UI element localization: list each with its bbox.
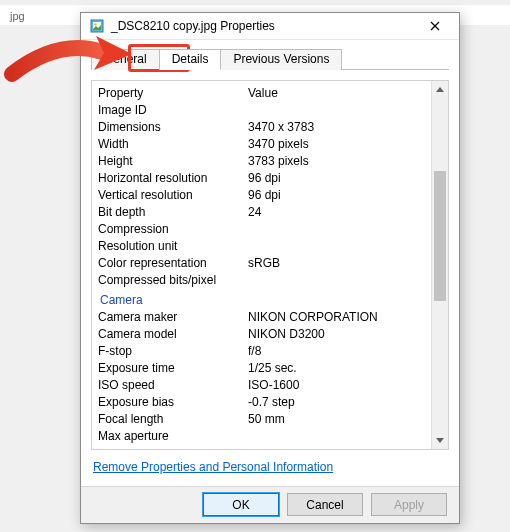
property-name: Camera model	[98, 326, 248, 343]
property-row[interactable]: Bit depth24	[98, 204, 425, 221]
property-row[interactable]: Color representationsRGB	[98, 255, 425, 272]
tab-details[interactable]: Details	[159, 49, 222, 70]
property-value	[248, 221, 425, 238]
property-value	[248, 102, 425, 119]
scroll-up-arrow[interactable]	[432, 81, 448, 98]
col-property: Property	[98, 85, 248, 102]
close-button[interactable]	[419, 14, 451, 38]
property-name: Vertical resolution	[98, 187, 248, 204]
tab-general[interactable]: General	[91, 49, 160, 70]
property-name: Horizontal resolution	[98, 170, 248, 187]
property-row[interactable]: Compression	[98, 221, 425, 238]
property-row[interactable]: Compressed bits/pixel	[98, 272, 425, 289]
property-name: F-stop	[98, 343, 248, 360]
property-name: Camera maker	[98, 309, 248, 326]
property-name: Compressed bits/pixel	[98, 272, 248, 289]
property-row[interactable]: ISO speedISO-1600	[98, 377, 425, 394]
section-camera: Camera	[98, 289, 425, 309]
apply-button[interactable]: Apply	[371, 493, 447, 516]
cancel-button[interactable]: Cancel	[287, 493, 363, 516]
property-value: 3783 pixels	[248, 153, 425, 170]
properties-dialog: _DSC8210 copy.jpg Properties General Det…	[80, 12, 460, 524]
property-row[interactable]: Exposure bias-0.7 step	[98, 394, 425, 411]
dialog-title: _DSC8210 copy.jpg Properties	[111, 19, 419, 33]
property-name: Height	[98, 153, 248, 170]
column-headers: Property Value	[98, 85, 425, 102]
property-value: ISO-1600	[248, 377, 425, 394]
tab-previous-versions[interactable]: Previous Versions	[220, 49, 342, 70]
dialog-buttons: OK Cancel Apply	[81, 486, 459, 523]
details-panel: Property Value Image IDDimensions3470 x …	[91, 80, 449, 450]
vertical-scrollbar[interactable]	[431, 81, 448, 449]
property-row[interactable]: Resolution unit	[98, 238, 425, 255]
property-name: Exposure time	[98, 360, 248, 377]
property-row[interactable]: Camera modelNIKON D3200	[98, 326, 425, 343]
property-name: Max aperture	[98, 428, 248, 445]
property-value: NIKON D3200	[248, 326, 425, 343]
property-name: Width	[98, 136, 248, 153]
property-value	[248, 238, 425, 255]
image-file-icon	[89, 18, 105, 34]
property-name: Color representation	[98, 255, 248, 272]
scrollbar-thumb[interactable]	[434, 171, 446, 301]
property-value: sRGB	[248, 255, 425, 272]
property-row[interactable]: Focal length50 mm	[98, 411, 425, 428]
property-value: 50 mm	[248, 411, 425, 428]
property-row[interactable]: Image ID	[98, 102, 425, 119]
remove-properties-link[interactable]: Remove Properties and Personal Informati…	[93, 460, 333, 474]
property-value	[248, 272, 425, 289]
ok-button[interactable]: OK	[203, 493, 279, 516]
scroll-down-arrow[interactable]	[432, 432, 448, 449]
property-value: 96 dpi	[248, 187, 425, 204]
property-row[interactable]: Height3783 pixels	[98, 153, 425, 170]
property-name: Compression	[98, 221, 248, 238]
tab-strip: General Details Previous Versions	[81, 40, 459, 74]
titlebar: _DSC8210 copy.jpg Properties	[81, 13, 459, 40]
property-row[interactable]: F-stopf/8	[98, 343, 425, 360]
property-value: 3470 pixels	[248, 136, 425, 153]
property-name: Bit depth	[98, 204, 248, 221]
property-value	[248, 428, 425, 445]
property-value: 1/25 sec.	[248, 360, 425, 377]
col-value: Value	[248, 85, 425, 102]
property-name: ISO speed	[98, 377, 248, 394]
property-row[interactable]: Dimensions3470 x 3783	[98, 119, 425, 136]
property-row[interactable]: Camera makerNIKON CORPORATION	[98, 309, 425, 326]
property-name: Image ID	[98, 102, 248, 119]
property-row[interactable]: Vertical resolution96 dpi	[98, 187, 425, 204]
property-value: NIKON CORPORATION	[248, 309, 425, 326]
property-name: Exposure bias	[98, 394, 248, 411]
property-value: 3470 x 3783	[248, 119, 425, 136]
svg-point-2	[94, 23, 96, 25]
property-name: Focal length	[98, 411, 248, 428]
property-value: -0.7 step	[248, 394, 425, 411]
property-row[interactable]: Exposure time1/25 sec.	[98, 360, 425, 377]
property-value: f/8	[248, 343, 425, 360]
property-value: 24	[248, 204, 425, 221]
property-name: Dimensions	[98, 119, 248, 136]
property-row[interactable]: Width3470 pixels	[98, 136, 425, 153]
property-value: 96 dpi	[248, 170, 425, 187]
property-row[interactable]: Horizontal resolution96 dpi	[98, 170, 425, 187]
property-name: Resolution unit	[98, 238, 248, 255]
property-row[interactable]: Max aperture	[98, 428, 425, 445]
